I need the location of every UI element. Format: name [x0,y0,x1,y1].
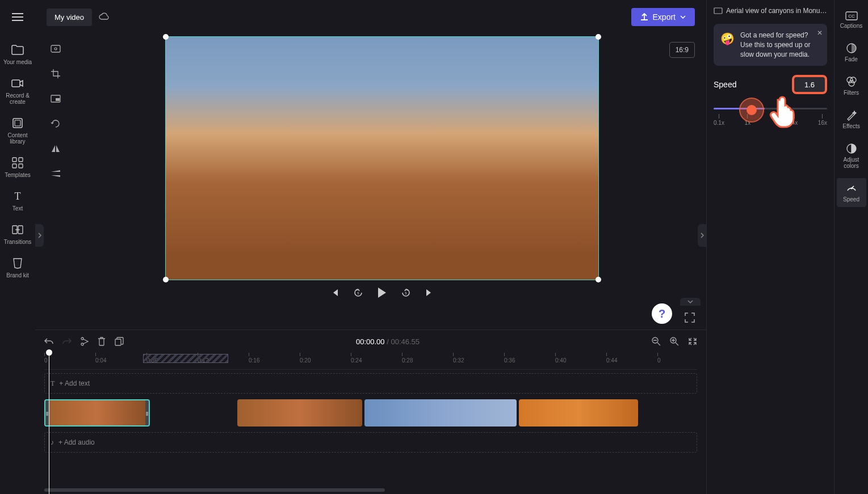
aspect-ratio-button[interactable]: 16:9 [669,42,695,58]
video-clip[interactable] [519,399,638,427]
duplicate-button[interactable] [115,337,124,346]
redo-button[interactable] [62,337,72,345]
svg-rect-4 [19,158,23,162]
templates-icon [11,156,24,170]
svg-rect-12 [56,98,60,101]
fullscreen-button[interactable] [685,313,695,323]
left-sidebar: Your media Record & create Content libra… [0,0,35,494]
sidebar-label: Content library [3,132,32,145]
ruler-tick: 0:16 [249,353,259,364]
delete-button[interactable] [98,337,106,346]
flip-v-tool[interactable] [47,164,65,183]
forward-button[interactable]: 5 [401,288,411,298]
menu-button[interactable] [7,7,28,27]
sidebar-item-brand-kit[interactable]: Brand kit [2,252,33,283]
pip-tool[interactable] [47,90,65,108]
zoom-out-button[interactable] [652,337,661,346]
panel-collapse-button[interactable] [680,298,701,306]
svg-text:CC: CC [848,14,855,19]
sidebar-label: Your media [3,59,32,65]
text-icon: T [11,189,24,203]
split-button[interactable] [81,337,89,346]
svg-point-24 [847,77,853,83]
fit-tool[interactable] [47,40,65,58]
selection-handle[interactable] [163,34,169,40]
right-collapse-button[interactable] [698,224,706,247]
video-canvas[interactable] [165,36,599,280]
project-title-button[interactable]: My video [47,9,92,26]
help-button[interactable]: ? [652,303,672,324]
timeline-ruler[interactable]: 00:040:080:120:160:200:240:280:320:360:4… [44,353,697,370]
timeline-scrollbar[interactable] [44,488,385,492]
right-item-fade[interactable]: Fade [837,38,866,67]
right-item-speed[interactable]: Speed [837,178,866,207]
ruler-tick: 0:36 [504,353,515,364]
upload-icon [640,13,648,21]
video-clip[interactable]: || || [44,399,150,427]
right-item-filters[interactable]: Filters [837,71,866,100]
undo-button[interactable] [44,337,53,345]
speed-tooltip: 🤪 Got a need for speed? Use this to spee… [714,24,827,66]
cloud-sync-icon[interactable] [99,12,110,22]
sidebar-label: Brand kit [6,272,28,278]
ruler-tick: 0:40 [555,353,566,364]
export-button[interactable]: Export [631,8,695,26]
adjust-icon [846,143,857,154]
selection-handle[interactable] [596,277,601,282]
preview-area: 16:9 5 5 ? [35,34,706,330]
sidebar-item-text[interactable]: T Text [2,185,33,216]
add-audio-label: + Add audio [58,438,95,446]
svg-text:5: 5 [405,292,407,295]
sidebar-label: Templates [5,172,31,178]
play-button[interactable] [377,287,387,298]
right-label: Adjust colors [838,157,865,169]
clip-handle[interactable]: || [145,400,149,425]
sidebar-item-your-media[interactable]: Your media [2,39,33,70]
video-clip[interactable] [364,399,517,427]
fade-icon [846,43,857,54]
crop-tool[interactable] [47,65,65,83]
video-container: 16:9 5 5 ? [69,34,695,330]
svg-rect-17 [115,339,121,345]
speed-slider[interactable]: 0.1x1x4x16x [714,108,827,126]
sidebar-item-templates[interactable]: Templates [2,151,33,183]
audio-track[interactable]: ♪ + Add audio [44,432,697,453]
selection-handle[interactable] [596,34,601,40]
text-track[interactable]: T + Add text [44,373,697,394]
tracks: T + Add text || || ♪ + Add audio [35,370,706,486]
prev-button[interactable] [330,288,339,297]
flip-h-tool[interactable] [47,140,65,158]
zoom-in-button[interactable] [670,337,679,346]
right-label: Filters [844,90,859,96]
close-icon[interactable]: ✕ [817,28,823,38]
rewind-button[interactable]: 5 [353,288,363,298]
sidebar-item-content-library[interactable]: Content library [2,112,33,149]
playhead[interactable] [49,353,49,494]
right-item-effects[interactable]: Effects [837,105,866,134]
svg-point-10 [54,48,57,50]
selection-handle[interactable] [163,277,169,282]
right-sidebar: CC Captions Fade Filters Effects Adjust … [834,0,868,494]
chevron-down-icon [687,299,694,304]
ruler-tick: 0:44 [606,353,617,364]
svg-rect-3 [12,158,16,162]
slider-tick-label: 16x [818,114,827,126]
right-item-captions[interactable]: CC Captions [837,7,866,33]
add-text-label: + Add text [59,379,90,387]
video-clip[interactable] [237,399,362,427]
chevron-down-icon [680,15,686,19]
rotate-tool[interactable] [47,115,65,133]
chevron-right-icon [700,232,705,239]
asset-name: Aerial view of canyons in Monu… [714,7,827,15]
svg-rect-20 [714,8,722,14]
sidebar-item-record-create[interactable]: Record & create [2,72,33,109]
selection-range[interactable] [143,354,228,363]
timeline-toolbar: 00:00.00 / 00:46.55 [35,330,706,353]
topbar: My video Export [35,0,706,34]
sidebar-item-transitions[interactable]: Transitions [2,218,33,250]
sidebar-label: Text [12,205,23,212]
svg-rect-9 [51,45,60,52]
zoom-fit-button[interactable] [688,337,697,346]
next-button[interactable] [425,288,434,297]
right-item-adjust-colors[interactable]: Adjust colors [837,138,866,174]
